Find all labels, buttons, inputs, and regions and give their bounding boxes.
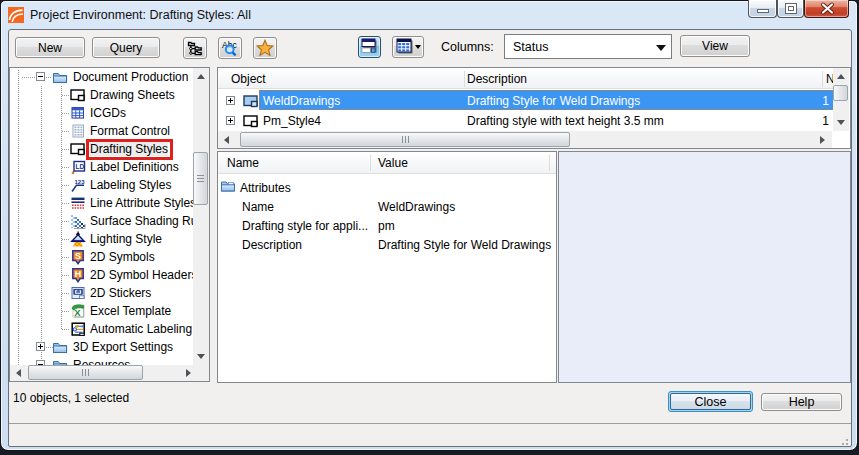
svg-text:123: 123 (75, 179, 86, 185)
svg-text:H: H (75, 269, 82, 279)
svg-text:S: S (75, 251, 81, 261)
svg-text:LD: LD (76, 163, 85, 170)
svg-text:X: X (74, 307, 81, 318)
